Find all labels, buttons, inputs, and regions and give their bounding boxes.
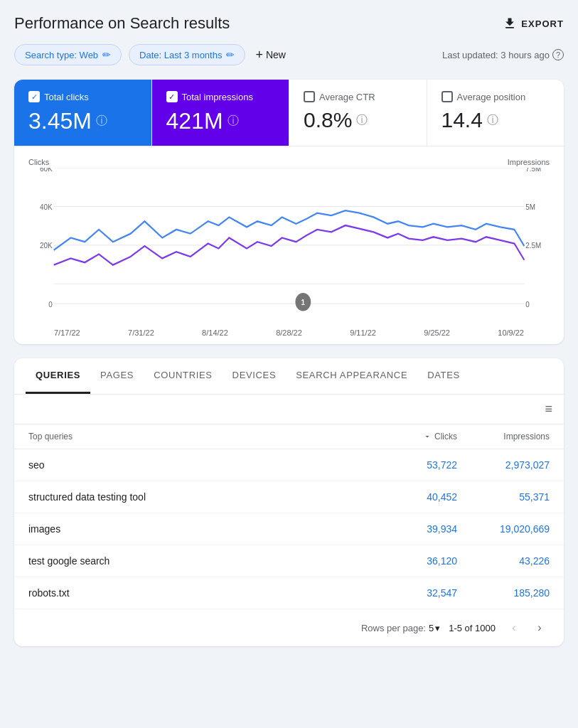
impressions-value: 421M bbox=[166, 108, 223, 134]
page-info: 1-5 of 1000 bbox=[449, 623, 496, 633]
export-icon bbox=[503, 16, 517, 31]
chart-left-label: Clicks bbox=[28, 158, 49, 166]
tab-pages[interactable]: PAGES bbox=[90, 358, 144, 394]
tab-devices[interactable]: DEVICES bbox=[223, 358, 287, 394]
svg-text:40K: 40K bbox=[40, 202, 53, 211]
tab-queries[interactable]: QUERIES bbox=[26, 358, 90, 394]
chart-x-labels: 7/17/22 7/31/22 8/14/22 8/28/22 9/11/22 … bbox=[28, 328, 550, 337]
clicks-label: Total clicks bbox=[44, 92, 89, 102]
tab-countries[interactable]: COUNTRIES bbox=[144, 358, 222, 394]
row-clicks: 40,452 bbox=[372, 491, 457, 503]
x-label-2: 8/14/22 bbox=[202, 328, 228, 337]
table-body: seo 53,722 2,973,027 structured data tes… bbox=[14, 449, 564, 609]
svg-text:60K: 60K bbox=[40, 168, 53, 173]
ctr-label: Average CTR bbox=[319, 92, 375, 102]
row-query: test google search bbox=[28, 555, 372, 567]
prev-page-button[interactable]: ‹ bbox=[504, 618, 524, 638]
svg-text:1: 1 bbox=[301, 298, 306, 307]
edit-icon-date: ✏ bbox=[226, 49, 235, 60]
col-header-clicks: Clicks bbox=[372, 432, 457, 441]
tabs-row: QUERIES PAGES COUNTRIES DEVICES SEARCH A… bbox=[14, 358, 564, 395]
row-query: images bbox=[28, 523, 372, 535]
new-button[interactable]: + New bbox=[255, 48, 286, 63]
tab-search-appearance[interactable]: SEARCH APPEARANCE bbox=[286, 358, 417, 394]
svg-text:2.5M: 2.5M bbox=[525, 241, 541, 250]
table-row[interactable]: images 39,934 19,020,669 bbox=[14, 513, 564, 545]
svg-text:5M: 5M bbox=[525, 202, 535, 211]
position-help-icon: ⓘ bbox=[487, 113, 498, 128]
metric-total-impressions[interactable]: ✓ Total impressions 421M ⓘ bbox=[152, 80, 290, 146]
ctr-checkbox[interactable] bbox=[304, 91, 315, 102]
clicks-help-icon: ⓘ bbox=[96, 114, 107, 129]
row-clicks: 36,120 bbox=[372, 555, 457, 567]
table-row[interactable]: test google search 36,120 43,226 bbox=[14, 545, 564, 577]
filter-row: ≡ bbox=[14, 395, 564, 424]
page-header: Performance on Search results EXPORT bbox=[14, 14, 564, 33]
row-clicks: 53,722 bbox=[372, 459, 457, 471]
x-label-1: 7/31/22 bbox=[128, 328, 154, 337]
col-header-impressions: Impressions bbox=[457, 432, 550, 441]
page-title: Performance on Search results bbox=[14, 14, 230, 33]
rows-per-page-select[interactable]: 5 ▾ bbox=[429, 623, 440, 633]
svg-text:0: 0 bbox=[48, 299, 53, 309]
impressions-label: Total impressions bbox=[182, 92, 253, 102]
date-filter[interactable]: Date: Last 3 months ✏ bbox=[129, 44, 245, 65]
ctr-value: 0.8% bbox=[304, 108, 352, 132]
metrics-card: ✓ Total clicks 3.45M ⓘ ✓ Total impressio… bbox=[14, 80, 564, 344]
help-icon: ? bbox=[552, 49, 564, 60]
export-button[interactable]: EXPORT bbox=[503, 16, 564, 31]
chart-svg: 60K 40K 20K 0 7.5M 5M 2.5M 0 1 bbox=[28, 168, 550, 324]
row-query: structured data testing tool bbox=[28, 491, 372, 503]
row-impressions: 2,973,027 bbox=[457, 459, 550, 471]
position-checkbox[interactable] bbox=[441, 91, 453, 102]
svg-text:20K: 20K bbox=[40, 241, 53, 250]
table-row[interactable]: seo 53,722 2,973,027 bbox=[14, 449, 564, 481]
table-row[interactable]: robots.txt 32,547 185,280 bbox=[14, 577, 564, 609]
clicks-value: 3.45M bbox=[28, 108, 92, 134]
row-impressions: 55,371 bbox=[457, 491, 550, 503]
position-value: 14.4 bbox=[441, 108, 483, 132]
rows-per-page: Rows per page: 5 ▾ bbox=[361, 623, 440, 633]
svg-text:0: 0 bbox=[525, 299, 530, 309]
row-impressions: 185,280 bbox=[457, 587, 550, 599]
search-type-filter[interactable]: Search type: Web ✏ bbox=[14, 44, 122, 65]
chart-container: 60K 40K 20K 0 7.5M 5M 2.5M 0 1 bbox=[28, 168, 550, 324]
data-card: QUERIES PAGES COUNTRIES DEVICES SEARCH A… bbox=[14, 358, 564, 646]
search-type-label: Search type: Web bbox=[25, 50, 98, 60]
filter-icon[interactable]: ≡ bbox=[545, 402, 552, 417]
sort-down-icon bbox=[423, 432, 432, 441]
table-header: Top queries Clicks Impressions bbox=[14, 424, 564, 449]
date-label: Date: Last 3 months bbox=[139, 50, 222, 60]
metrics-row: ✓ Total clicks 3.45M ⓘ ✓ Total impressio… bbox=[14, 80, 564, 146]
svg-text:7.5M: 7.5M bbox=[525, 168, 541, 173]
row-clicks: 32,547 bbox=[372, 587, 457, 599]
x-label-0: 7/17/22 bbox=[54, 328, 80, 337]
table-row[interactable]: structured data testing tool 40,452 55,3… bbox=[14, 481, 564, 513]
chevron-down-icon: ▾ bbox=[435, 623, 440, 633]
plus-icon: + bbox=[255, 48, 263, 63]
edit-icon: ✏ bbox=[102, 49, 111, 60]
metric-avg-ctr[interactable]: Average CTR 0.8% ⓘ bbox=[289, 80, 427, 146]
row-query: robots.txt bbox=[28, 587, 372, 599]
rows-per-page-label: Rows per page: bbox=[361, 623, 426, 633]
x-label-6: 10/9/22 bbox=[498, 328, 524, 337]
toolbar: Search type: Web ✏ Date: Last 3 months ✏… bbox=[14, 44, 564, 65]
x-label-3: 8/28/22 bbox=[276, 328, 302, 337]
chart-right-label: Impressions bbox=[508, 158, 550, 166]
ctr-help-icon: ⓘ bbox=[356, 113, 368, 128]
pagination: Rows per page: 5 ▾ 1-5 of 1000 ‹ › bbox=[14, 609, 564, 646]
tab-dates[interactable]: DATES bbox=[417, 358, 470, 394]
clicks-checkbox[interactable]: ✓ bbox=[28, 91, 40, 102]
next-page-button[interactable]: › bbox=[530, 618, 550, 638]
impressions-checkbox[interactable]: ✓ bbox=[166, 91, 178, 102]
row-impressions: 19,020,669 bbox=[457, 523, 550, 535]
chart-area: Clicks Impressions 60K 40K 20K 0 7.5M 5M… bbox=[14, 146, 564, 344]
row-query: seo bbox=[28, 459, 372, 471]
impressions-help-icon: ⓘ bbox=[228, 114, 239, 129]
position-label: Average position bbox=[457, 92, 526, 102]
metric-total-clicks[interactable]: ✓ Total clicks 3.45M ⓘ bbox=[14, 80, 152, 146]
row-impressions: 43,226 bbox=[457, 555, 550, 567]
last-updated: Last updated: 3 hours ago ? bbox=[442, 49, 564, 60]
metric-avg-position[interactable]: Average position 14.4 ⓘ bbox=[427, 80, 564, 146]
col-header-query: Top queries bbox=[28, 432, 372, 441]
